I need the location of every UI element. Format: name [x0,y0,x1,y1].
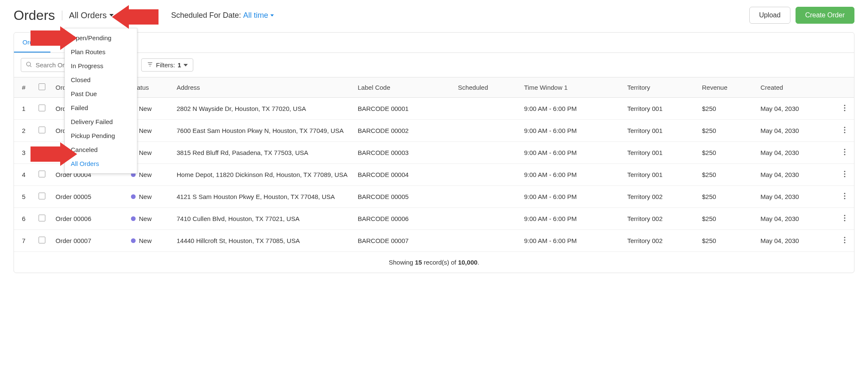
orders-table: # Order Status Address Label Code Schedu… [14,77,854,252]
dropdown-item[interactable]: Failed [65,101,137,115]
create-order-button[interactable]: Create Order [796,7,854,24]
scheduled-for-text: All time [243,11,268,20]
dropdown-item[interactable]: Pickup Pending [65,129,137,143]
cell-created: May 04, 2030 [755,230,835,252]
cell-address: 7600 East Sam Houston Pkwy N, Houston, T… [172,120,353,142]
dropdown-item[interactable]: In Progress [65,59,137,73]
cell-time-window: 9:00 AM - 6:00 PM [519,98,622,120]
cell-index: 1 [14,98,33,120]
cell-created: May 04, 2030 [755,120,835,142]
dropdown-item[interactable]: Past Due [65,87,137,101]
cell-created: May 04, 2030 [755,98,835,120]
row-actions-menu[interactable] [840,148,849,158]
cell-checkbox [33,230,50,252]
cell-checkbox [33,186,50,208]
search-icon [25,61,32,69]
cell-index: 7 [14,230,33,252]
cell-address: 14440 Hillcroft St, Houston, TX 77085, U… [172,230,353,252]
upload-button[interactable]: Upload [749,7,790,24]
cell-address: 7410 Cullen Blvd, Houston, TX 77021, USA [172,208,353,230]
orders-filter-dropdown[interactable]: All Orders [62,11,114,20]
cell-actions [835,98,854,120]
svg-point-12 [844,151,845,152]
row-checkbox[interactable] [39,215,45,221]
cell-created: May 04, 2030 [755,164,835,186]
cell-order[interactable]: Order 00006 [50,208,126,230]
scheduled-for-label: Scheduled For Date: [171,11,241,19]
cell-label-code: BARCODE 00007 [353,230,453,252]
cell-order[interactable]: Order 00005 [50,186,126,208]
cell-territory: Territory 002 [622,208,697,230]
svg-point-7 [844,110,845,111]
filter-icon [147,61,153,69]
table-row: 1Order 00001New2802 N Wayside Dr, Housto… [14,98,854,120]
svg-point-6 [844,107,845,108]
cell-label-code: BARCODE 00004 [353,164,453,186]
row-actions-menu[interactable] [840,126,849,136]
status-text: New [139,171,152,178]
svg-point-10 [844,132,845,133]
chevron-down-icon [184,64,188,66]
row-actions-menu[interactable] [840,170,849,180]
row-actions-menu[interactable] [840,236,849,246]
footer-suffix: . [478,259,479,266]
cell-scheduled [453,186,519,208]
cell-index: 6 [14,208,33,230]
col-revenue[interactable]: Revenue [697,77,755,98]
chevron-down-icon [270,14,274,17]
cell-index: 5 [14,186,33,208]
row-actions-menu[interactable] [840,104,849,114]
orders-panel: Orders Filters: 1 # [14,32,854,273]
table-row: 5Order 00005New4121 S Sam Houston Pkwy E… [14,186,854,208]
status-text: New [139,105,152,112]
svg-point-8 [844,127,845,128]
cell-revenue: $250 [697,164,755,186]
col-time-window[interactable]: Time Window 1 [519,77,622,98]
svg-point-17 [844,193,845,194]
footer-prefix: Showing [389,259,415,266]
cell-revenue: $250 [697,208,755,230]
col-territory[interactable]: Territory [622,77,697,98]
cell-time-window: 9:00 AM - 6:00 PM [519,142,622,164]
table-footer: Showing 15 record(s) of 10,000. [14,252,854,273]
svg-point-5 [844,105,845,106]
filters-button[interactable]: Filters: 1 [141,58,193,72]
col-address[interactable]: Address [172,77,353,98]
svg-point-13 [844,154,845,155]
cell-label-code: BARCODE 00005 [353,186,453,208]
cell-checkbox [33,120,50,142]
row-checkbox[interactable] [39,237,45,243]
row-checkbox[interactable] [39,193,45,199]
svg-point-9 [844,129,845,130]
filters-count: 1 [178,61,181,69]
cell-created: May 04, 2030 [755,208,835,230]
col-select-all [33,77,50,98]
cell-revenue: $250 [697,98,755,120]
dropdown-item[interactable]: Delivery Failed [65,115,137,129]
status-dot-icon [131,216,136,221]
col-scheduled[interactable]: Scheduled [453,77,519,98]
col-created[interactable]: Created [755,77,835,98]
cell-territory: Territory 001 [622,98,697,120]
svg-point-25 [844,242,845,243]
cell-territory: Territory 001 [622,142,697,164]
scheduled-for-filter: Scheduled For Date: All time [171,11,274,20]
cell-actions [835,142,854,164]
col-label-code[interactable]: Label Code [353,77,453,98]
svg-point-21 [844,217,845,218]
row-actions-menu[interactable] [840,192,849,202]
col-actions [835,77,854,98]
row-checkbox[interactable] [39,127,45,133]
svg-point-22 [844,220,845,221]
tab-bar: Orders [14,33,854,53]
row-checkbox[interactable] [39,171,45,177]
svg-point-23 [844,237,845,238]
dropdown-item[interactable]: Closed [65,73,137,87]
row-checkbox[interactable] [39,105,45,111]
select-all-checkbox[interactable] [39,83,45,90]
svg-line-1 [30,66,31,67]
scheduled-for-value[interactable]: All time [243,11,274,20]
cell-revenue: $250 [697,120,755,142]
row-actions-menu[interactable] [840,214,849,224]
cell-order[interactable]: Order 00007 [50,230,126,252]
